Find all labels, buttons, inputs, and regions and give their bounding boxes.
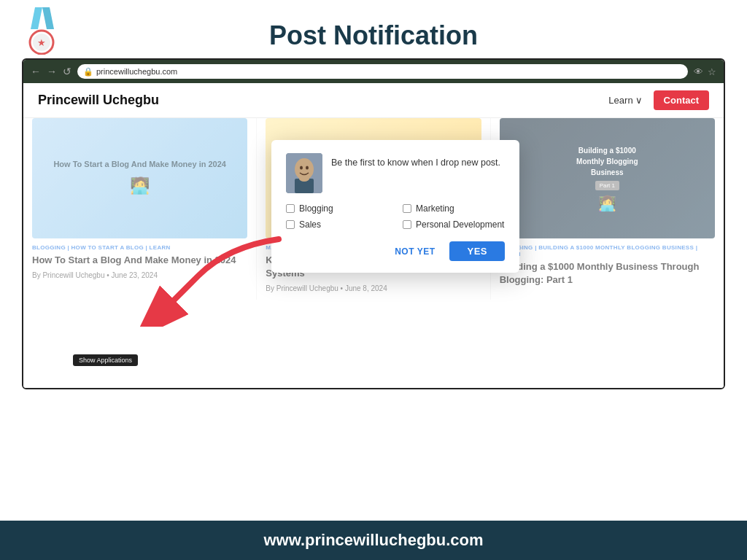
checkbox-blogging[interactable]: Blogging <box>286 203 388 214</box>
privacy-icon[interactable]: 👁 <box>694 66 703 77</box>
checkbox-blogging-label: Blogging <box>299 203 333 214</box>
site-nav: Princewill Uchegbu Learn ∨ Contact <box>23 83 724 118</box>
popup-checkboxes: Blogging Marketing Sales Personal Develo… <box>286 203 505 230</box>
footer-bar: www.princewilluchegbu.com <box>0 521 747 560</box>
lock-icon: 🔒 <box>83 67 93 77</box>
checkbox-sales[interactable]: Sales <box>286 219 388 230</box>
site-content: How To Start a Blog And Make Money in 20… <box>23 118 724 388</box>
learn-label: Learn <box>608 95 632 106</box>
svg-point-10 <box>299 176 309 182</box>
popup-avatar <box>286 153 322 193</box>
yes-button[interactable]: YES <box>449 241 505 261</box>
url-bar[interactable]: 🔒 princewilluchegbu.com <box>77 64 688 79</box>
contact-button[interactable]: Contact <box>654 90 709 110</box>
site-logo: Princewill Uchegbu <box>38 93 159 108</box>
checkbox-marketing-label: Marketing <box>416 203 454 214</box>
url-text: princewilluchegbu.com <box>96 67 177 76</box>
browser-bar: ← → ↺ 🔒 princewilluchegbu.com 👁 ☆ <box>23 60 724 83</box>
checkbox-personal-dev[interactable]: Personal Development <box>403 219 505 230</box>
checkbox-blogging-box[interactable] <box>286 204 295 213</box>
svg-text:★: ★ <box>37 37 46 48</box>
popup-actions: NOT YET YES <box>286 241 505 261</box>
top-section: ★ Post Notification <box>0 0 747 58</box>
popup-message: Be the first to know when I drop new pos… <box>331 153 500 170</box>
checkbox-sales-box[interactable] <box>286 220 295 229</box>
checkbox-sales-label: Sales <box>299 219 321 230</box>
checkbox-personal-dev-label: Personal Development <box>416 219 504 230</box>
popup-header: Be the first to know when I drop new pos… <box>286 153 505 193</box>
svg-marker-1 <box>42 7 54 29</box>
forward-button[interactable]: → <box>47 66 57 77</box>
checkbox-marketing[interactable]: Marketing <box>403 203 505 214</box>
nav-right: Learn ∨ Contact <box>608 90 709 110</box>
checkbox-marketing-box[interactable] <box>403 204 411 213</box>
not-yet-button[interactable]: NOT YET <box>387 241 442 261</box>
popup-modal: Be the first to know when I drop new pos… <box>271 140 519 273</box>
svg-point-7 <box>300 166 303 170</box>
svg-marker-0 <box>31 7 42 29</box>
refresh-button[interactable]: ↺ <box>63 66 71 77</box>
svg-point-8 <box>306 166 309 170</box>
show-applications-badge[interactable]: Show Applications <box>73 354 138 366</box>
medal-icon: ★ <box>22 7 62 55</box>
star-icon[interactable]: ☆ <box>708 66 716 77</box>
back-button[interactable]: ← <box>31 66 41 77</box>
checkbox-personal-dev-box[interactable] <box>403 220 411 229</box>
browser-window: ← → ↺ 🔒 princewilluchegbu.com 👁 ☆ Prince… <box>22 58 725 389</box>
page-title: Post Notification <box>29 13 718 51</box>
learn-nav-button[interactable]: Learn ∨ <box>608 95 642 106</box>
footer-url: www.princewilluchegbu.com <box>263 531 483 549</box>
browser-action-icons: 👁 ☆ <box>694 66 716 77</box>
dropdown-icon: ∨ <box>635 95 643 106</box>
